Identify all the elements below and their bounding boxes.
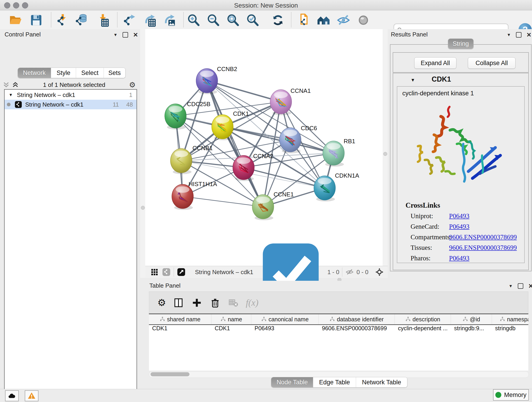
add-column-icon[interactable]	[191, 297, 203, 309]
panel-menu-icon[interactable]: ▼	[507, 32, 511, 37]
table-cell[interactable]: cyclin-dependent ...	[395, 325, 451, 334]
tab-edge-table[interactable]: Edge Table	[313, 377, 355, 387]
show-columns-icon[interactable]	[172, 297, 184, 309]
column-header-name[interactable]: name	[211, 314, 251, 324]
refresh-icon[interactable]	[271, 13, 285, 27]
crosslink-value-link[interactable]: P06493	[449, 254, 469, 262]
network-canvas[interactable]: CCNB2CCNA1CDC25BCDK1CDC6RB1CCNB1CCNA2CDK…	[145, 29, 383, 266]
memory-label: Memory	[504, 391, 526, 399]
table-panel: Table Panel ▼ ✕ ⚙ f(x) shared namenameca…	[145, 281, 532, 388]
gene-detail-box: cyclin-dependent kinase 1	[397, 86, 525, 263]
crosslink-value-link[interactable]: 9606.ENSP00000378699	[449, 233, 517, 241]
left-splitter[interactable]	[140, 29, 145, 278]
results-panel-title: Results Panel	[391, 31, 428, 38]
column-header-database-identifier[interactable]: database identifier	[319, 314, 395, 324]
panel-close-icon[interactable]: ✕	[133, 32, 138, 37]
panel-close-icon[interactable]: ✕	[528, 284, 532, 288]
tab-select[interactable]: Select	[76, 68, 104, 78]
expand-all-networks-icon[interactable]	[12, 81, 19, 89]
column-header-description[interactable]: description	[395, 314, 451, 324]
zoom-in-icon[interactable]	[186, 13, 201, 27]
network-graph[interactable]: CCNB2CCNA1CDC25BCDK1CDC6RB1CCNB1CCNA2CDK…	[145, 29, 383, 266]
tab-node-table[interactable]: Node Table	[271, 377, 313, 387]
table-cell[interactable]: P06493	[251, 325, 319, 334]
panel-menu-icon[interactable]: ▼	[114, 32, 118, 37]
tab-sets[interactable]: Sets	[104, 68, 125, 78]
import-table-file-icon[interactable]	[95, 13, 109, 27]
eye-slash-icon[interactable]	[336, 13, 351, 27]
panel-float-icon[interactable]	[123, 32, 128, 38]
expand-all-button[interactable]: Expand All	[414, 57, 456, 69]
export-table-icon[interactable]	[142, 13, 157, 27]
panel-float-icon[interactable]	[516, 32, 521, 38]
table-cell[interactable]: stringdb	[492, 325, 528, 334]
network-edge[interactable]	[207, 81, 263, 207]
left-splitter-handle[interactable]	[141, 206, 145, 210]
table-cell[interactable]: CDK1	[211, 325, 251, 334]
import-network-database-icon[interactable]	[74, 13, 89, 27]
crosslink-label: GeneCard:	[411, 223, 449, 230]
save-session-icon[interactable]	[29, 13, 44, 27]
table-row[interactable]: CDK1CDK1P064939606.ENSP00000378699cyclin…	[149, 325, 528, 334]
title-bar: Session: New Session	[0, 0, 532, 10]
birds-eye-grid-icon[interactable]	[150, 268, 159, 277]
collapse-all-button[interactable]: Collapse All	[468, 57, 515, 69]
zoom-fit-icon[interactable]	[226, 13, 240, 27]
panel-close-icon[interactable]: ✕	[526, 32, 532, 37]
crosslink-value-link[interactable]: 9606.ENSP00000378699	[449, 244, 517, 251]
network-row[interactable]: String Network – cdk1 11 48	[5, 100, 137, 109]
delete-column-icon[interactable]	[209, 297, 221, 309]
crosslink-label: Compartments:	[411, 233, 449, 241]
expand-collapse-box: Expand All Collapse All	[393, 52, 529, 73]
collapse-all-networks-icon[interactable]	[2, 81, 10, 89]
node-label-CCNB2: CCNB2	[217, 65, 237, 72]
network-share-icon[interactable]	[162, 268, 171, 277]
fit-selected-crosshair-icon[interactable]	[375, 268, 384, 277]
scrollbar-thumb[interactable]	[151, 372, 190, 376]
tab-network-table[interactable]: Network Table	[356, 377, 407, 387]
column-header-@id[interactable]: @id	[451, 314, 492, 324]
crosslink-row: GeneCard:P06493	[411, 223, 469, 230]
export-image-icon[interactable]	[162, 13, 176, 27]
crosslink-value-link[interactable]: P06493	[449, 223, 469, 230]
table-cell[interactable]: 9606.ENSP00000378699	[319, 325, 395, 334]
right-splitter[interactable]	[383, 29, 388, 266]
table-horizontal-scrollbar[interactable]	[149, 371, 529, 378]
open-session-icon[interactable]	[8, 13, 23, 27]
toolbar-separator	[51, 12, 51, 27]
table-cell[interactable]: CDK1	[149, 325, 211, 334]
zoom-selected-icon[interactable]	[245, 13, 260, 27]
table-cell[interactable]: stringdb:9...	[451, 325, 492, 334]
collection-expand-icon[interactable]: ▼	[9, 93, 13, 97]
column-type-icon	[405, 317, 411, 322]
network-edge[interactable]	[183, 196, 263, 207]
column-header-canonical-name[interactable]: canonical name	[251, 314, 319, 324]
right-splitter-handle[interactable]	[383, 152, 387, 156]
main-toolbar: ?	[0, 10, 532, 29]
table-toolbar: ⚙ f(x)	[149, 292, 528, 313]
crosslink-label: Uniprot:	[411, 212, 449, 220]
column-header-shared-name[interactable]: shared name	[149, 314, 211, 324]
crosslink-value-link[interactable]: P06493	[449, 212, 469, 220]
network-options-gear-icon[interactable]: ⚙	[129, 80, 136, 89]
detach-view-icon[interactable]	[177, 268, 186, 277]
zoom-out-icon[interactable]	[206, 13, 221, 27]
crosslink-row: Tissues:9606.ENSP00000378699	[411, 244, 517, 251]
panel-float-icon[interactable]	[518, 283, 523, 289]
houses-icon[interactable]	[316, 13, 331, 27]
panel-menu-icon[interactable]: ▼	[509, 284, 513, 288]
network-from-file-icon[interactable]	[296, 13, 311, 27]
warning-icon[interactable]	[25, 390, 38, 401]
tab-string[interactable]: String	[448, 39, 473, 49]
column-header-namespace[interactable]: namespace	[492, 314, 528, 324]
export-network-icon[interactable]	[122, 13, 137, 27]
sphere-icon[interactable]	[356, 13, 371, 27]
gene-collapse-icon[interactable]: ▼	[411, 77, 415, 83]
tab-network[interactable]: Network	[18, 68, 51, 78]
tab-style[interactable]: Style	[51, 68, 76, 78]
table-options-gear-icon[interactable]: ⚙	[157, 297, 166, 308]
import-network-file-icon[interactable]	[55, 13, 70, 27]
memory-button[interactable]: Memory	[493, 389, 529, 401]
cloud-icon[interactable]	[5, 390, 19, 401]
network-collection-row[interactable]: ▼ String Network – cdk1 1	[5, 90, 137, 100]
